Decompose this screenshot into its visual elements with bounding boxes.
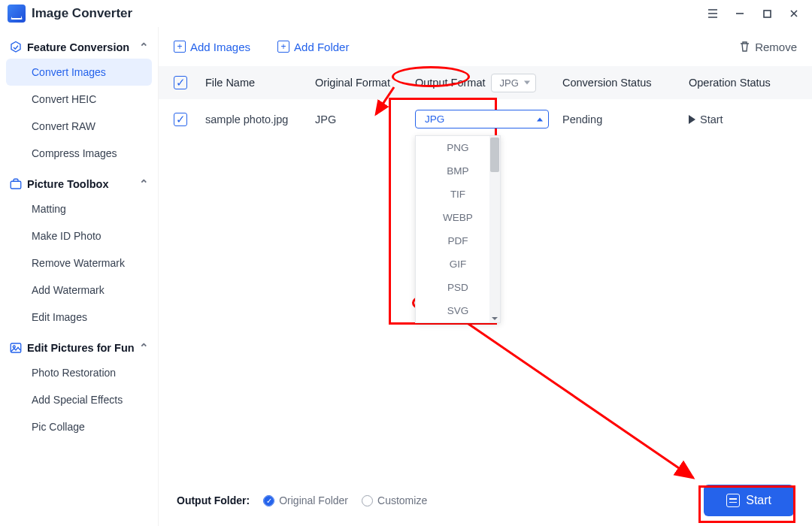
cell-original-format: JPG <box>315 113 401 125</box>
row-checkbox[interactable]: ✓ <box>174 113 187 126</box>
trash-icon <box>739 41 750 53</box>
column-conversion-status: Conversion Status <box>562 77 675 89</box>
sidebar-group-feature-conversion[interactable]: Feature Conversion ⌃ <box>6 36 152 59</box>
dropdown-option-png[interactable]: PNG <box>416 136 500 159</box>
sidebar-group-edit-pictures-for-fun[interactable]: Edit Pictures for Fun ⌃ <box>6 337 152 359</box>
table-row: ✓ sample photo.jpg JPG JPG PNG BMP TIF W… <box>159 99 812 139</box>
menu-icon[interactable] <box>701 3 725 24</box>
add-images-button[interactable]: + Add Images <box>174 41 250 53</box>
svg-point-6 <box>13 346 15 348</box>
add-folder-button[interactable]: + Add Folder <box>277 41 349 53</box>
sidebar-item-photo-restoration[interactable]: Photo Restoration <box>6 359 152 386</box>
dropdown-option-psd[interactable]: PSD <box>416 276 500 299</box>
toolbox-icon <box>9 177 23 191</box>
dropdown-option-bmp[interactable]: BMP <box>416 159 500 183</box>
scroll-down-icon[interactable] <box>492 317 498 320</box>
radio-original-label: Original Folder <box>279 494 348 506</box>
radio-customize-label: Customize <box>377 494 427 506</box>
sidebar-item-convert-images[interactable]: Convert Images <box>6 59 152 86</box>
column-file-name: File Name <box>205 77 301 89</box>
column-original-format: Original Format <box>315 77 401 89</box>
add-images-label: Add Images <box>190 41 250 53</box>
sidebar-item-matting[interactable]: Matting <box>6 195 152 222</box>
sidebar-item-pic-collage[interactable]: Pic Collage <box>6 413 152 440</box>
dropdown-option-tif[interactable]: TIF <box>416 183 500 206</box>
start-button-label: Start <box>746 494 771 507</box>
hexagon-icon <box>9 41 23 54</box>
sidebar-group-picture-toolbox[interactable]: Picture Toolbox ⌃ <box>6 173 152 195</box>
radio-unchecked-icon <box>362 495 373 506</box>
sidebar-item-add-watermark[interactable]: Add Watermark <box>6 277 152 304</box>
svg-rect-4 <box>11 181 21 189</box>
sidebar-item-make-id-photo[interactable]: Make ID Photo <box>6 222 152 249</box>
convert-icon <box>726 494 740 507</box>
scrollbar-thumb[interactable] <box>490 138 499 172</box>
footer: Output Folder: Original Folder Customize… <box>159 475 812 526</box>
output-folder-label: Output Folder: <box>177 494 250 506</box>
dropdown-option-gif[interactable]: GIF <box>416 252 500 276</box>
sidebar-group-label: Picture Toolbox <box>27 178 109 190</box>
row-start-button[interactable]: Start <box>689 113 797 125</box>
sidebar-item-remove-watermark[interactable]: Remove Watermark <box>6 249 152 277</box>
app-logo-icon <box>8 5 26 23</box>
sidebar-item-add-special-effects[interactable]: Add Special Effects <box>6 386 152 413</box>
radio-checked-icon <box>263 495 274 506</box>
close-button[interactable] <box>782 3 806 24</box>
maximize-button[interactable] <box>755 3 779 24</box>
minimize-button[interactable] <box>728 3 752 24</box>
select-all-checkbox[interactable]: ✓ <box>174 76 187 89</box>
play-icon <box>689 115 695 124</box>
svg-rect-3 <box>764 11 771 17</box>
start-button[interactable]: Start <box>704 485 794 516</box>
plus-icon: + <box>174 41 186 53</box>
column-output-format: Output Format <box>415 77 485 89</box>
header-format-select[interactable]: JPG <box>491 74 535 92</box>
toolbar: + Add Images + Add Folder Remove <box>159 27 812 66</box>
dropdown-scrollbar[interactable] <box>489 136 500 322</box>
dropdown-option-webp[interactable]: WEBP <box>416 206 500 229</box>
titlebar: Image Converter <box>0 0 812 27</box>
sidebar-group-label: Feature Conversion <box>27 41 129 53</box>
sidebar: Feature Conversion ⌃ Convert Images Conv… <box>0 27 158 526</box>
dropdown-option-pdf[interactable]: PDF <box>416 229 500 252</box>
remove-button[interactable]: Remove <box>739 41 797 53</box>
content-area: + Add Images + Add Folder Remove ✓ File … <box>158 27 812 526</box>
radio-original-folder[interactable]: Original Folder <box>263 494 348 506</box>
column-operation-status: Operation Status <box>689 77 797 89</box>
chevron-up-icon: ⌃ <box>139 178 149 190</box>
sidebar-item-compress-images[interactable]: Compress Images <box>6 140 152 167</box>
sidebar-item-convert-heic[interactable]: Convert HEIC <box>6 86 152 113</box>
app-title: Image Converter <box>32 6 132 21</box>
svg-rect-5 <box>11 343 21 352</box>
plus-icon: + <box>277 41 289 53</box>
format-dropdown: PNG BMP TIF WEBP PDF GIF PSD SVG <box>415 135 501 323</box>
cell-file-name: sample photo.jpg <box>205 113 301 125</box>
sidebar-group-label: Edit Pictures for Fun <box>27 342 135 354</box>
radio-customize[interactable]: Customize <box>362 494 427 506</box>
table-header: ✓ File Name Original Format Output Forma… <box>159 66 812 99</box>
chevron-up-icon: ⌃ <box>139 41 149 53</box>
remove-label: Remove <box>755 41 797 53</box>
picture-icon <box>9 341 23 355</box>
chevron-up-icon: ⌃ <box>139 342 149 354</box>
add-folder-label: Add Folder <box>294 41 349 53</box>
sidebar-item-edit-images[interactable]: Edit Images <box>6 304 152 331</box>
row-format-select[interactable]: JPG <box>415 110 549 128</box>
row-start-label: Start <box>700 113 723 125</box>
sidebar-item-convert-raw[interactable]: Convert RAW <box>6 113 152 140</box>
dropdown-option-svg[interactable]: SVG <box>416 299 500 322</box>
cell-conversion-status: Pending <box>562 113 675 125</box>
